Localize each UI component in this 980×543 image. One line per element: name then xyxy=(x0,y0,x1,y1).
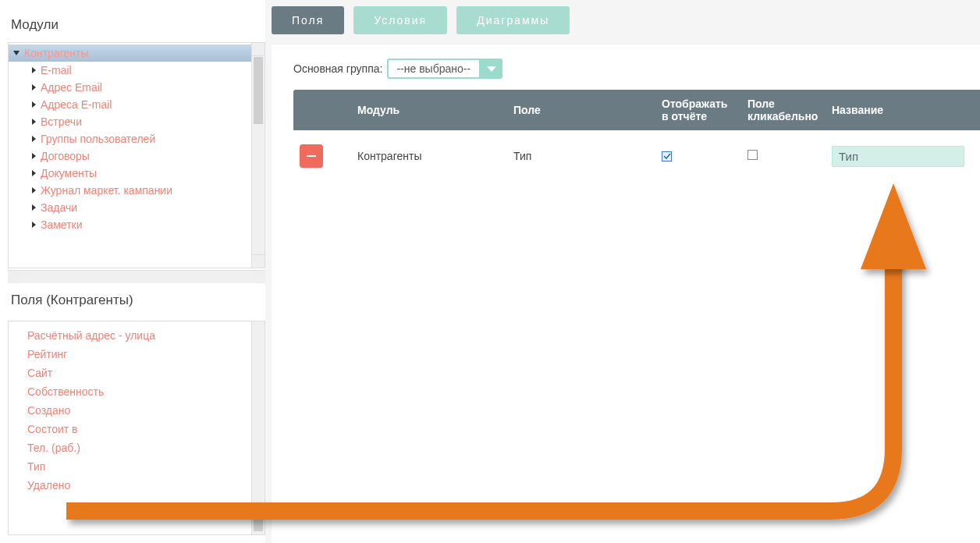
tab-fields[interactable]: Поля xyxy=(272,6,344,34)
caret-right-icon xyxy=(32,67,36,73)
field-item[interactable]: Тел. (раб.) xyxy=(26,438,247,457)
horizontal-scrollbar[interactable] xyxy=(8,270,265,283)
tree-item-label: Журнал маркет. кампании xyxy=(41,184,172,197)
fields-list: Расчётный адрес - улица Рейтинг Сайт Соб… xyxy=(8,321,265,535)
tree-item[interactable]: E-mail xyxy=(9,62,251,79)
table-row: Контрагенты Тип xyxy=(293,130,980,182)
tree-item[interactable]: Журнал маркет. кампании xyxy=(9,182,251,199)
th-name: Название xyxy=(826,90,980,130)
tree-item[interactable]: Адрес Email xyxy=(9,79,251,96)
th-display: Отображать в отчёте xyxy=(655,90,741,130)
th-module: Модуль xyxy=(351,90,507,130)
field-item[interactable]: Сайт xyxy=(26,364,247,382)
field-item[interactable]: Тип xyxy=(26,457,247,476)
field-item[interactable]: Создано xyxy=(26,401,247,420)
field-item[interactable]: Рейтинг xyxy=(26,345,247,364)
th-clickable: Поле кликабельно xyxy=(741,90,826,130)
caret-right-icon xyxy=(32,222,36,228)
caret-right-icon xyxy=(32,84,36,90)
tree-item-label: Группы пользователей xyxy=(41,133,155,145)
tree-item[interactable]: Встречи xyxy=(9,113,251,130)
caret-right-icon xyxy=(32,187,36,193)
tree-item-label: Встречи xyxy=(41,115,82,128)
vertical-scrollbar[interactable] xyxy=(251,321,265,534)
field-item[interactable]: Расчётный адрес - улица xyxy=(26,326,247,345)
tab-diagrams[interactable]: Диаграммы xyxy=(456,6,570,34)
name-input[interactable] xyxy=(832,146,964,167)
fields-title: Поля (Контрагенты) xyxy=(8,283,265,318)
field-item[interactable]: Состоит в xyxy=(26,420,247,438)
tree-item[interactable]: Документы xyxy=(9,165,251,182)
modules-tree: Контрагенты E-mail Адрес Email Адреса E-… xyxy=(8,42,265,268)
th-field: Поле xyxy=(507,90,655,130)
caret-right-icon xyxy=(32,153,36,159)
main-group-select[interactable]: --не выбрано-- xyxy=(387,59,502,79)
tree-item[interactable]: Заметки xyxy=(9,216,251,233)
tree-item[interactable]: Адреса E-mail xyxy=(9,96,251,113)
vertical-scrollbar[interactable] xyxy=(251,43,265,268)
tree-item-label: Адрес Email xyxy=(41,81,102,94)
tree-item-root[interactable]: Контрагенты xyxy=(9,44,251,62)
fields-table: Модуль Поле Отображать в отчёте Поле кли… xyxy=(293,90,980,182)
tree-item-label: Задачи xyxy=(41,201,77,214)
caret-right-icon xyxy=(32,119,36,125)
field-item[interactable]: Собственность xyxy=(26,382,247,401)
caret-right-icon xyxy=(32,204,36,211)
minus-icon xyxy=(307,155,316,157)
tree-item-label: Документы xyxy=(41,167,97,179)
field-item[interactable]: Удалено xyxy=(26,476,247,495)
modules-title: Модули xyxy=(8,8,265,42)
caret-right-icon xyxy=(32,136,36,142)
caret-down-icon xyxy=(13,51,20,55)
remove-button[interactable] xyxy=(300,144,323,168)
chevron-down-icon xyxy=(481,59,502,79)
clickable-checkbox[interactable] xyxy=(747,150,758,160)
tree-item[interactable]: Задачи xyxy=(9,199,251,216)
tree-item[interactable]: Договоры xyxy=(9,147,251,165)
check-icon xyxy=(663,152,671,160)
cell-field: Тип xyxy=(507,130,655,182)
tree-item-label: Заметки xyxy=(41,218,83,231)
tree-item-label: Договоры xyxy=(41,150,90,162)
main-group-label: Основная группа: xyxy=(293,62,382,75)
select-value: --не выбрано-- xyxy=(387,59,481,79)
tree-item[interactable]: Группы пользователей xyxy=(9,130,251,147)
tabs: Поля Условия Диаграммы xyxy=(272,0,980,44)
tree-item-label: Адреса E-mail xyxy=(41,98,112,111)
tree-item-label: Контрагенты xyxy=(24,47,88,59)
tree-item-label: E-mail xyxy=(41,64,72,76)
caret-right-icon xyxy=(32,170,36,176)
caret-right-icon xyxy=(32,101,36,108)
tab-conditions[interactable]: Условия xyxy=(353,6,447,34)
cell-module: Контрагенты xyxy=(351,130,507,182)
display-checkbox[interactable] xyxy=(662,151,672,161)
